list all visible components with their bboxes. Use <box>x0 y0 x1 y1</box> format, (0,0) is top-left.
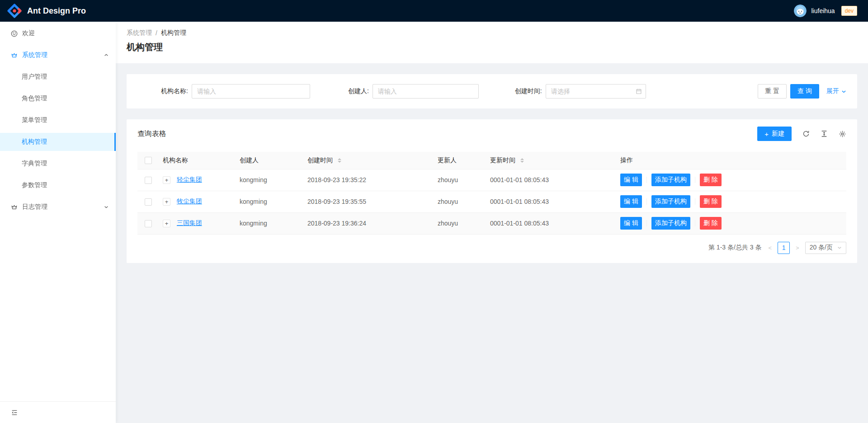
expand-row-icon[interactable]: + <box>163 198 170 206</box>
query-button[interactable]: 查 询 <box>790 84 819 99</box>
smile-icon <box>11 30 18 37</box>
add-child-org-button[interactable]: 添加子机构 <box>651 195 690 208</box>
chevron-down-icon <box>104 205 108 209</box>
env-tag: dev <box>841 6 857 16</box>
calendar-icon <box>636 88 642 94</box>
row-checkbox[interactable] <box>145 177 152 184</box>
divider <box>646 177 647 183</box>
sidebar-item-label: 用户管理 <box>22 73 47 81</box>
page-number-1[interactable]: 1 <box>778 242 790 254</box>
sidebar-item-system[interactable]: 系统管理 <box>0 46 116 64</box>
delete-button[interactable]: 删 除 <box>700 217 722 230</box>
divider <box>646 220 647 226</box>
sidebar-item-menu-mgmt[interactable]: 菜单管理 <box>0 111 116 129</box>
table-row: + 轻尘集团 kongming 2018-09-23 19:35:22 zhou… <box>137 169 846 191</box>
column-height-icon[interactable] <box>821 130 828 137</box>
page-title: 机构管理 <box>127 41 857 53</box>
edit-button[interactable]: 编 辑 <box>620 195 642 208</box>
settings-gear-icon[interactable] <box>839 130 846 138</box>
app-logo[interactable]: Ant Design Pro <box>7 4 86 18</box>
new-button[interactable]: + 新建 <box>757 127 792 141</box>
reload-icon[interactable] <box>802 130 810 137</box>
page-size-select[interactable]: 20 条/页 <box>805 242 846 254</box>
column-header-updated-at[interactable]: 更新时间 <box>486 152 617 169</box>
divider <box>646 198 647 205</box>
reset-button[interactable]: 重 置 <box>758 84 787 99</box>
create-time-picker[interactable] <box>546 84 646 99</box>
username[interactable]: liufeihua <box>811 7 835 14</box>
sidebar-item-label: 欢迎 <box>22 29 35 38</box>
pagination-total: 第 1-3 条/总共 3 条 <box>708 244 761 252</box>
cell-created-at: 2018-09-23 19:35:22 <box>304 169 434 191</box>
field-create-time: 创建时间: <box>515 84 646 99</box>
delete-button[interactable]: 删 除 <box>700 174 722 186</box>
expand-toggle[interactable]: 展开 <box>826 87 846 95</box>
org-name-label: 机构名称: <box>161 87 188 95</box>
toolbar-actions: + 新建 <box>757 127 846 141</box>
crown-icon <box>11 204 18 211</box>
user-avatar[interactable] <box>794 5 807 17</box>
sidebar-item-label: 角色管理 <box>22 94 47 103</box>
chevron-down-icon <box>841 89 846 94</box>
field-org-name: 机构名称: <box>161 84 310 99</box>
sidebar-item-label: 日志管理 <box>22 203 47 211</box>
column-header-creator: 创建人 <box>236 152 304 169</box>
search-form-card: 机构名称: 创建人: 创建时间: 重 置 查 询 <box>127 74 857 108</box>
expand-row-icon[interactable]: + <box>163 220 170 227</box>
row-checkbox[interactable] <box>145 198 152 206</box>
sidebar-item-org-mgmt[interactable]: 机构管理 <box>0 133 116 151</box>
next-page-button[interactable]: > <box>793 244 802 251</box>
sidebar-item-label: 字典管理 <box>22 160 47 168</box>
sidebar-item-logs[interactable]: 日志管理 <box>0 198 116 216</box>
breadcrumb-item-system[interactable]: 系统管理 <box>127 29 152 37</box>
search-actions: 重 置 查 询 展开 <box>758 84 846 99</box>
sidebar-item-label: 参数管理 <box>22 181 47 189</box>
sidebar-item-role-mgmt[interactable]: 角色管理 <box>0 89 116 108</box>
cell-creator: kongming <box>236 191 304 212</box>
cell-updated-at: 0001-01-01 08:05:43 <box>486 191 617 212</box>
column-header-name: 机构名称 <box>159 152 236 169</box>
app-title: Ant Design Pro <box>27 6 86 16</box>
org-name-link[interactable]: 牧尘集团 <box>177 197 202 205</box>
breadcrumb-separator: / <box>156 29 157 37</box>
add-child-org-button[interactable]: 添加子机构 <box>651 217 690 230</box>
plus-icon: + <box>764 131 769 137</box>
prev-page-button[interactable]: < <box>766 244 774 251</box>
crown-icon <box>11 52 18 59</box>
cell-updated-at: 0001-01-01 08:05:43 <box>486 169 617 191</box>
add-child-org-button[interactable]: 添加子机构 <box>651 174 690 186</box>
breadcrumb: 系统管理 / 机构管理 <box>127 29 857 37</box>
cell-updater: zhouyu <box>434 191 486 212</box>
column-label: 创建时间 <box>307 156 333 164</box>
org-name-link[interactable]: 三国集团 <box>177 219 202 226</box>
cell-created-at: 2018-09-23 19:35:55 <box>304 191 434 212</box>
sidebar-collapse-trigger[interactable] <box>0 401 116 423</box>
field-creator: 创建人: <box>348 84 479 99</box>
sidebar-item-dict-mgmt[interactable]: 字典管理 <box>0 155 116 173</box>
row-checkbox[interactable] <box>145 220 152 227</box>
sidebar-item-param-mgmt[interactable]: 参数管理 <box>0 176 116 194</box>
chevron-up-icon <box>104 53 108 57</box>
expand-label: 展开 <box>826 87 839 95</box>
main-content: 系统管理 / 机构管理 机构管理 机构名称: 创建人: 创建时间: <box>116 0 868 423</box>
table-card: 查询表格 + 新建 <box>127 119 857 263</box>
divider <box>695 220 695 226</box>
expand-row-icon[interactable]: + <box>163 176 170 184</box>
column-header-created-at[interactable]: 创建时间 <box>304 152 434 169</box>
cell-creator: kongming <box>236 212 304 234</box>
menu-fold-icon <box>11 409 18 416</box>
data-table: 机构名称 创建人 创建时间 更新人 更新时间 操作 <box>137 152 846 235</box>
sorter-icon <box>520 158 524 163</box>
edit-button[interactable]: 编 辑 <box>620 217 642 230</box>
sidebar-item-welcome[interactable]: 欢迎 <box>0 24 116 42</box>
create-time-label: 创建时间: <box>515 87 542 95</box>
creator-input[interactable] <box>373 84 479 99</box>
org-name-link[interactable]: 轻尘集团 <box>177 176 202 183</box>
edit-button[interactable]: 编 辑 <box>620 174 642 186</box>
content-area: 机构名称: 创建人: 创建时间: 重 置 查 询 <box>116 63 868 274</box>
delete-button[interactable]: 删 除 <box>700 195 722 208</box>
org-name-input[interactable] <box>192 84 310 99</box>
creator-label: 创建人: <box>348 87 369 95</box>
select-all-checkbox[interactable] <box>145 157 152 164</box>
sidebar-item-user-mgmt[interactable]: 用户管理 <box>0 68 116 86</box>
